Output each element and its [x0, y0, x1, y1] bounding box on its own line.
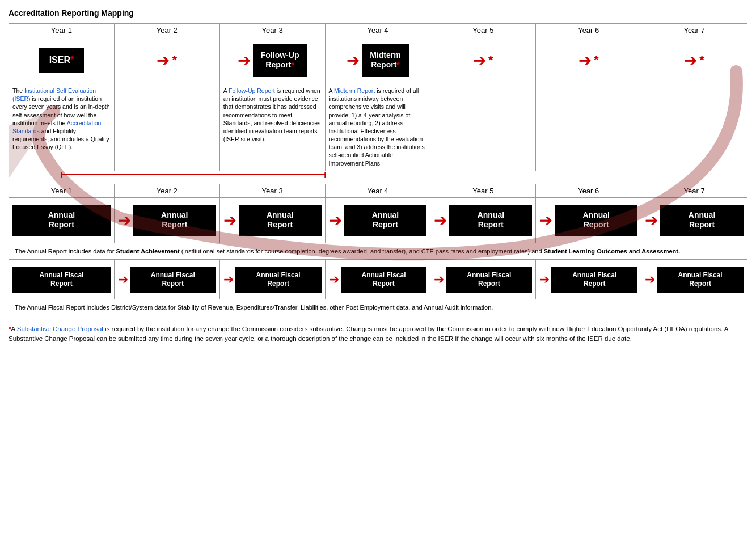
annual-box-4: AnnualReport [344, 205, 427, 236]
followup-box: Follow-UpReport* [253, 44, 307, 77]
star-3: * [594, 53, 599, 67]
year-header-6: Year 6 [536, 24, 641, 37]
page-title: Accreditation Reporting Mapping [9, 9, 747, 18]
star-4: * [699, 53, 704, 67]
annual-year-headers: Year 1 Year 2 Year 3 Year 4 Year 5 Year … [9, 184, 747, 198]
annual-box-5: AnnualReport [449, 205, 532, 236]
iser-cell: ISER* [9, 37, 115, 83]
annual-reports-row: AnnualReport ➔ AnnualReport ➔ AnnualRepo… [9, 198, 747, 243]
star-2: * [488, 53, 493, 67]
midterm-box: MidtermReport* [362, 44, 408, 77]
year6-desc [536, 83, 641, 171]
fiscal-arrow-3: ➔ [329, 272, 339, 287]
annual-3: ➔ AnnualReport [220, 198, 326, 243]
midterm-desc: A Midterm Report is required of all inst… [326, 83, 431, 171]
arrow-icon-4: ➔ [473, 51, 486, 70]
section2-annual: Year 1 Year 2 Year 3 Year 4 Year 5 Year … [9, 184, 747, 316]
annual-box-3: AnnualReport [239, 205, 322, 236]
midterm-link[interactable]: Midterm Report [334, 87, 375, 94]
annual-year-7: Year 7 [641, 184, 747, 198]
fiscal-1: Annual FiscalReport [9, 260, 115, 299]
fiscal-arrow-6: ➔ [645, 272, 655, 287]
fiscal-4: ➔ Annual FiscalReport [326, 260, 431, 299]
annual-year-1: Year 1 [9, 184, 115, 198]
annual-7: ➔ AnnualReport [641, 198, 747, 243]
fiscal-reports-row: Annual FiscalReport ➔ Annual FiscalRepor… [9, 260, 747, 299]
year5-desc [430, 83, 536, 171]
fiscal-box-7: Annual FiscalReport [657, 267, 744, 293]
annual-box-2: AnnualReport [133, 205, 216, 236]
section1-timeline: Year 1 Year 2 Year 3 Year 4 Year 5 Year … [9, 23, 747, 171]
iser-desc: The Institutional Self Evaluation (ISER)… [9, 83, 115, 171]
year6-cell: ➔ * [536, 37, 641, 83]
fiscal-arrow-2: ➔ [223, 272, 234, 287]
iser-link[interactable]: Institutional Self Evaluation (ISER) [12, 87, 96, 102]
annual-2: ➔ AnnualReport [115, 198, 220, 243]
fiscal-box-4: Annual FiscalReport [341, 267, 427, 293]
iser-asterisk: * [70, 55, 74, 65]
year-header-5: Year 5 [430, 24, 536, 37]
annual-6: ➔ AnnualReport [536, 198, 641, 243]
year-header-1: Year 1 [9, 24, 115, 37]
annual-arrow-2: ➔ [223, 211, 236, 230]
fiscal-2: ➔ Annual FiscalReport [115, 260, 220, 299]
fiscal-6: ➔ Annual FiscalReport [536, 260, 641, 299]
footnote-asterisk: * [9, 325, 11, 332]
followup-desc: A Follow-Up Report is required when an i… [220, 83, 326, 171]
fiscal-box-2: Annual FiscalReport [130, 267, 216, 293]
arrow-icon-6: ➔ [684, 51, 697, 70]
annual-arrow-4: ➔ [434, 211, 447, 230]
substantive-change-link[interactable]: Substantive Change Proposal [17, 325, 103, 332]
year4-cell: ➔ MidtermReport* [326, 37, 431, 83]
accred-standards-link[interactable]: Accreditation Standards [12, 120, 101, 134]
year-header-row: Year 1 Year 2 Year 3 Year 4 Year 5 Year … [9, 23, 747, 37]
year-header-2: Year 2 [115, 24, 220, 37]
annual-year-2: Year 2 [115, 184, 220, 198]
year-header-7: Year 7 [641, 24, 747, 37]
arrow-icon-5: ➔ [578, 51, 592, 70]
footer-note: *A Substantive Change Proposal is requir… [9, 324, 747, 344]
fiscal-3: ➔ Annual FiscalReport [220, 260, 326, 299]
reports-row: ISER* ➔ * ➔ Follow-UpReport* ➔ MidtermRe… [9, 37, 747, 83]
iser-box: ISER* [39, 48, 84, 72]
annual-box-1: AnnualReport [12, 205, 111, 236]
year2-cell: ➔ * [115, 37, 220, 83]
year2-desc [115, 83, 220, 171]
annual-year-3: Year 3 [220, 184, 326, 198]
followup-link[interactable]: Follow-Up Report [229, 87, 275, 94]
star-1: * [172, 53, 177, 67]
description-row: The Institutional Self Evaluation (ISER)… [9, 83, 747, 171]
year-header-4: Year 4 [326, 24, 431, 37]
arrow-icon-1: ➔ [157, 51, 170, 70]
annual-arrow-1: ➔ [118, 211, 131, 230]
annual-box-6: AnnualReport [555, 205, 637, 236]
annual-arrow-5: ➔ [539, 211, 552, 230]
annual-box-7: AnnualReport [660, 205, 744, 236]
year-header-3: Year 3 [220, 24, 326, 37]
annual-5: ➔ AnnualReport [430, 198, 536, 243]
fiscal-arrow-5: ➔ [539, 272, 550, 287]
year5-cell: ➔ * [430, 37, 536, 83]
connector-area [9, 171, 747, 178]
fiscal-box-6: Annual FiscalReport [551, 267, 637, 293]
year3-cell: ➔ Follow-UpReport* [220, 37, 326, 83]
fiscal-box-5: Annual FiscalReport [446, 267, 532, 293]
year7-cell: ➔ * [641, 37, 747, 83]
fiscal-box-3: Annual FiscalReport [235, 267, 322, 293]
annual-1: AnnualReport [9, 198, 115, 243]
arrow-icon-2: ➔ [238, 51, 251, 70]
year7-desc [641, 83, 747, 171]
fiscal-arrow-1: ➔ [118, 272, 128, 287]
annual-arrow-6: ➔ [645, 211, 658, 230]
midterm-asterisk: * [396, 60, 399, 69]
annual-year-5: Year 5 [430, 184, 536, 198]
fiscal-box-1: Annual FiscalReport [12, 267, 111, 293]
followup-asterisk: * [291, 60, 294, 69]
arrow-icon-3: ➔ [347, 51, 360, 70]
annual-year-6: Year 6 [536, 184, 641, 198]
fiscal-5: ➔ Annual FiscalReport [430, 260, 536, 299]
fiscal-desc-box: The Annual Fiscal Report includes Distri… [9, 299, 747, 316]
annual-year-4: Year 4 [326, 184, 431, 198]
annual-desc-box: The Annual Report includes data for Stud… [9, 243, 747, 260]
annual-arrow-3: ➔ [329, 211, 342, 230]
